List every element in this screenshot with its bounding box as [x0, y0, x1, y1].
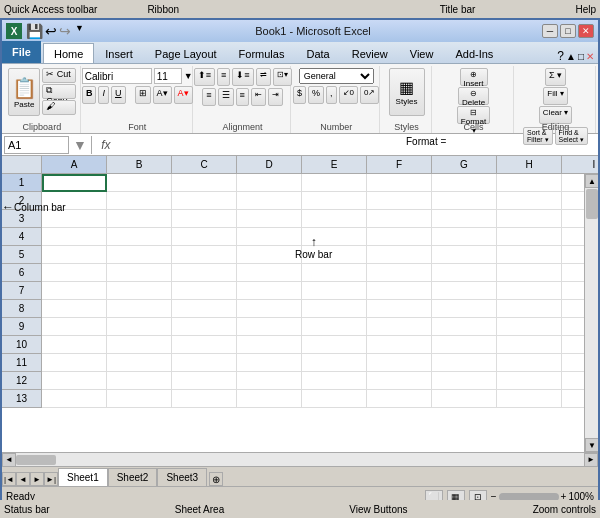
name-box-dropdown[interactable]: ▼: [73, 137, 87, 153]
col-header-d[interactable]: D: [237, 156, 302, 174]
align-bottom-button[interactable]: ⬇≡: [232, 68, 253, 86]
cell-f1[interactable]: [367, 174, 432, 192]
format-painter-button[interactable]: 🖌: [42, 100, 75, 115]
align-top-button[interactable]: ⬆≡: [194, 68, 215, 86]
row-num-12[interactable]: 12: [2, 372, 42, 390]
cell-c1[interactable]: [172, 174, 237, 192]
styles-button[interactable]: ▦ Styles: [389, 68, 425, 116]
maximize-button[interactable]: □: [560, 24, 576, 38]
wrap-text-button[interactable]: ⇌: [256, 68, 271, 86]
underline-button[interactable]: U: [111, 86, 126, 104]
scroll-track-vertical[interactable]: [585, 188, 598, 438]
delete-button[interactable]: ⊖ Delete ▾: [458, 87, 489, 105]
quick-access-toolbar[interactable]: 💾 ↩ ↪ ▼: [26, 23, 84, 39]
increase-indent-button[interactable]: ⇥: [268, 88, 283, 106]
tab-data[interactable]: Data: [295, 43, 340, 63]
row-num-13[interactable]: 13: [2, 390, 42, 408]
undo-icon[interactable]: ↩: [45, 23, 57, 39]
scroll-down-button[interactable]: ▼: [585, 438, 598, 452]
cut-button[interactable]: ✂ Cut: [42, 68, 75, 83]
scroll-left-button[interactable]: ◄: [2, 453, 16, 467]
scroll-right-button[interactable]: ►: [584, 453, 598, 467]
scroll-thumb-vertical[interactable]: [586, 189, 598, 219]
font-size-dropdown-icon[interactable]: ▼: [184, 71, 193, 81]
borders-button[interactable]: ⊞: [135, 86, 151, 104]
font-color-button[interactable]: A▾: [174, 86, 193, 104]
window-close-small-icon[interactable]: ✕: [586, 51, 594, 62]
comma-button[interactable]: ,: [326, 86, 337, 104]
row-num-11[interactable]: 11: [2, 354, 42, 372]
col-header-f[interactable]: F: [367, 156, 432, 174]
col-header-a[interactable]: A: [42, 156, 107, 174]
cell-h1[interactable]: [497, 174, 562, 192]
horizontal-scrollbar[interactable]: ◄ ►: [2, 452, 598, 466]
col-header-b[interactable]: B: [107, 156, 172, 174]
scroll-track-horizontal[interactable]: [16, 455, 584, 465]
fill-color-button[interactable]: A▾: [153, 86, 172, 104]
minimize-button[interactable]: ─: [542, 24, 558, 38]
currency-button[interactable]: $: [293, 86, 306, 104]
cell-e1[interactable]: [302, 174, 367, 192]
align-right-button[interactable]: ≡: [236, 88, 249, 106]
sheet-tab-2[interactable]: Sheet2: [108, 468, 158, 486]
decrease-indent-button[interactable]: ⇤: [251, 88, 266, 106]
tab-add-ins[interactable]: Add-Ins: [444, 43, 504, 63]
save-icon[interactable]: 💾: [26, 23, 43, 39]
redo-icon[interactable]: ↪: [59, 23, 71, 39]
row-num-4[interactable]: 4: [2, 228, 42, 246]
number-format-select[interactable]: General Number Currency: [299, 68, 374, 84]
col-header-c[interactable]: C: [172, 156, 237, 174]
italic-button[interactable]: I: [98, 86, 109, 104]
row-num-8[interactable]: 8: [2, 300, 42, 318]
copy-button[interactable]: ⧉ Copy: [42, 84, 75, 99]
sheet-nav-last[interactable]: ►|: [44, 472, 58, 486]
percent-button[interactable]: %: [308, 86, 324, 104]
sheet-tab-1[interactable]: Sheet1: [58, 468, 108, 486]
cell-b1[interactable]: [107, 174, 172, 192]
tab-home[interactable]: Home: [43, 43, 94, 63]
window-controls[interactable]: ─ □ ✕: [542, 24, 594, 38]
sheet-nav-prev[interactable]: ◄: [16, 472, 30, 486]
row-num-1[interactable]: 1: [2, 174, 42, 192]
row-num-6[interactable]: 6: [2, 264, 42, 282]
scroll-up-button[interactable]: ▲: [585, 174, 598, 188]
fill-button[interactable]: Fill ▾: [543, 87, 567, 105]
col-header-e[interactable]: E: [302, 156, 367, 174]
col-header-g[interactable]: G: [432, 156, 497, 174]
cell-i1[interactable]: [562, 174, 584, 192]
bold-button[interactable]: B: [82, 86, 97, 104]
font-name-input[interactable]: [82, 68, 152, 84]
scroll-thumb-horizontal[interactable]: [16, 455, 56, 465]
file-tab[interactable]: File: [2, 41, 41, 63]
close-button[interactable]: ✕: [578, 24, 594, 38]
qa-dropdown-icon[interactable]: ▼: [75, 23, 84, 39]
align-left-button[interactable]: ≡: [202, 88, 215, 106]
ribbon-minimize-icon[interactable]: ▲: [566, 51, 576, 62]
vertical-scrollbar[interactable]: ▲ ▼: [584, 174, 598, 452]
sheet-nav-first[interactable]: |◄: [2, 472, 16, 486]
tab-insert[interactable]: Insert: [94, 43, 144, 63]
align-middle-button[interactable]: ≡: [217, 68, 230, 86]
tab-page-layout[interactable]: Page Layout: [144, 43, 228, 63]
tab-review[interactable]: Review: [341, 43, 399, 63]
tab-view[interactable]: View: [399, 43, 445, 63]
align-center-button[interactable]: ☰: [218, 88, 234, 106]
sheet-nav[interactable]: |◄ ◄ ► ►|: [2, 472, 58, 486]
col-header-h[interactable]: H: [497, 156, 562, 174]
font-size-input[interactable]: [154, 68, 182, 84]
sheet-tab-3[interactable]: Sheet3: [157, 468, 207, 486]
row-num-9[interactable]: 9: [2, 318, 42, 336]
row-num-10[interactable]: 10: [2, 336, 42, 354]
cell-d1[interactable]: [237, 174, 302, 192]
increase-decimal-button[interactable]: 0↗: [360, 86, 379, 104]
row-num-7[interactable]: 7: [2, 282, 42, 300]
name-box[interactable]: [4, 136, 69, 154]
insert-button[interactable]: ⊕ Insert ▾: [460, 68, 488, 86]
tab-formulas[interactable]: Formulas: [228, 43, 296, 63]
help-icon[interactable]: ?: [557, 49, 564, 63]
sum-button[interactable]: Σ ▾: [545, 68, 566, 86]
cell-g1[interactable]: [432, 174, 497, 192]
col-header-i[interactable]: I: [562, 156, 598, 174]
window-restore-icon[interactable]: □: [578, 51, 584, 62]
cell-a1[interactable]: [42, 174, 107, 192]
